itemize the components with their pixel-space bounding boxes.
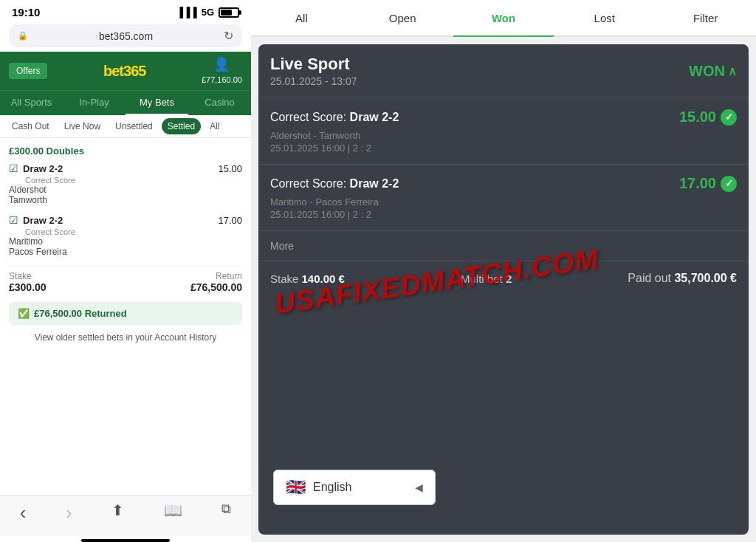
multibet-value: 2: [506, 272, 512, 285]
bet-teams-1: Aldershot: [9, 185, 242, 195]
bet-entry-sub-2b: 25.01.2025 16:00 | 2 : 2: [270, 209, 737, 220]
footer-stake: Stake 140.00 €: [270, 272, 345, 285]
signal-icon: ▐▐▐: [176, 7, 197, 18]
odds-value-1: 15.00: [679, 109, 716, 126]
subtab-cashout[interactable]: Cash Out: [6, 118, 55, 134]
offers-button[interactable]: Offers: [9, 63, 47, 79]
sub-tabs: Cash Out Live Now Unsettled Settled All: [0, 115, 251, 138]
return-label: Return: [190, 271, 242, 281]
filter-tab-filter[interactable]: Filter: [655, 0, 756, 37]
stake-footer-label: Stake: [270, 272, 302, 285]
battery-icon: [219, 7, 239, 18]
right-panel: All Open Won Lost Filter Live Sport 25.0…: [251, 0, 756, 542]
address-bar[interactable]: 🔒 bet365.com ↻: [9, 24, 242, 47]
tab-in-play[interactable]: In-Play: [63, 91, 126, 115]
bet-check-1: ☑: [9, 162, 18, 174]
bet365-logo: bet365: [103, 63, 145, 80]
status-time: 19:10: [12, 6, 40, 18]
history-link[interactable]: View older settled bets in your Account …: [9, 332, 242, 343]
returned-text: £76,500.00 Returned: [34, 308, 127, 319]
stake-row: Stake £300.00 Return £76,500.00: [9, 266, 242, 298]
footer-paidout: Paid out 35,700.00 €: [628, 272, 737, 285]
bet-section: £300.00 Doubles ☑ Draw 2-2 15.00 Correct…: [0, 138, 251, 495]
bet-type-2: Correct Score: [25, 227, 242, 236]
live-sport-date: 25.01.2025 - 13:07: [270, 75, 357, 87]
nav-tabs: All Sports In-Play My Bets Casino: [0, 90, 251, 115]
filter-tab-lost[interactable]: Lost: [554, 0, 655, 37]
reload-button[interactable]: ↻: [224, 29, 233, 43]
tab-my-bets[interactable]: My Bets: [126, 91, 188, 115]
bet-entry-header-2: Correct Score: Draw 2-2 17.00 ✓: [270, 175, 737, 192]
tab-all-sports[interactable]: All Sports: [0, 91, 63, 115]
multibet-label: Multi bet: [461, 272, 506, 285]
check-circle-1: ✓: [721, 109, 737, 126]
share-button[interactable]: ⬆: [111, 501, 124, 524]
account-balance: £77,160.00: [202, 75, 242, 84]
bet-name-1: Draw 2-2: [23, 163, 63, 174]
bet-odds-1: 15.00: [218, 163, 242, 174]
back-button[interactable]: ‹: [20, 501, 27, 524]
section-title: £300.00 Doubles: [9, 145, 242, 157]
account-area[interactable]: 👤 £77,160.00: [202, 56, 242, 86]
stake-label: Stake: [9, 271, 47, 281]
home-indicator: [81, 539, 170, 542]
filter-tab-all[interactable]: All: [251, 0, 352, 37]
live-sport-info: Live Sport 25.01.2025 - 13:07: [270, 55, 357, 87]
more-link[interactable]: More: [258, 231, 749, 261]
bet-card: Live Sport 25.01.2025 - 13:07 WON ∧ Corr…: [258, 44, 749, 535]
lock-icon: 🔒: [18, 31, 28, 41]
return-value: £76,500.00: [190, 281, 242, 293]
status-icons: ▐▐▐ 5G: [176, 7, 239, 18]
bet-check-2: ☑: [9, 214, 18, 226]
flag-icon: 🇬🇧: [286, 478, 306, 497]
bookmarks-button[interactable]: 📖: [164, 501, 182, 524]
language-selector[interactable]: 🇬🇧 English ◀: [273, 470, 436, 505]
network-type: 5G: [202, 7, 214, 18]
check-circle-2: ✓: [721, 176, 737, 192]
bet-odds-2: 17.00: [218, 215, 242, 226]
paidout-value: 35,700.00 €: [674, 272, 737, 284]
bet-name-2: Draw 2-2: [23, 215, 63, 226]
bet-entry-sub-1a: Aldershot - Tamworth: [270, 130, 737, 141]
subtab-unsettled[interactable]: Unsettled: [109, 118, 159, 134]
odds-value-2: 17.00: [679, 175, 716, 192]
bet365-header: Offers bet365 👤 £77,160.00: [0, 52, 251, 90]
url-text: bet365.com: [32, 30, 219, 42]
bet-entry-sub-2a: Maritimo - Pacos Ferreira: [270, 196, 737, 207]
bet-teams-2: Maritimo: [9, 236, 242, 247]
bottom-nav: ‹ › ⬆ 📖 ⧉: [0, 495, 251, 536]
forward-button[interactable]: ›: [66, 501, 72, 524]
status-bar: 19:10 ▐▐▐ 5G: [0, 0, 251, 21]
returned-badge: ✅ £76,500.00 Returned: [9, 302, 242, 325]
tabs-button[interactable]: ⧉: [221, 501, 231, 524]
bet-entry-odds-1: 15.00 ✓: [679, 109, 737, 126]
won-text: WON: [689, 63, 725, 80]
paidout-label: Paid out: [628, 272, 674, 284]
filter-tab-won[interactable]: Won: [453, 0, 554, 37]
bet-entry-title-2: Correct Score: Draw 2-2: [270, 177, 399, 191]
bet-entry-1: Correct Score: Draw 2-2 15.00 ✓ Aldersho…: [258, 98, 749, 165]
bet-entry-sub-1b: 25.01.2025 16:00 | 2 : 2: [270, 143, 737, 154]
stake-value: £300.00: [9, 281, 47, 293]
account-icon: 👤: [202, 56, 242, 72]
footer-multibet: Multi bet 2: [461, 272, 512, 285]
language-arrow: ◀: [415, 481, 423, 493]
chevron-up-icon: ∧: [728, 64, 737, 78]
bet-entry-2: Correct Score: Draw 2-2 17.00 ✓ Maritimo…: [258, 165, 749, 231]
subtab-livenow[interactable]: Live Now: [58, 118, 106, 134]
filter-tab-open[interactable]: Open: [352, 0, 453, 37]
bet-teams-2b: Pacos Ferreira: [9, 247, 242, 257]
subtab-all[interactable]: All: [204, 118, 225, 134]
bet-entry-odds-2: 17.00 ✓: [679, 175, 737, 192]
tab-casino[interactable]: Casino: [188, 91, 251, 115]
filter-tabs: All Open Won Lost Filter: [251, 0, 756, 37]
bet-item-2: ☑ Draw 2-2 17.00 Correct Score Maritimo …: [9, 214, 242, 257]
bet-type-1: Correct Score: [25, 176, 242, 185]
subtab-settled[interactable]: Settled: [162, 118, 201, 134]
live-sport-title: Live Sport: [270, 55, 357, 74]
bet-card-footer: Stake 140.00 € Multi bet 2 Paid out 35,7…: [258, 261, 749, 295]
bet-entry-header-1: Correct Score: Draw 2-2 15.00 ✓: [270, 109, 737, 126]
language-label: English: [313, 481, 408, 494]
left-panel: 19:10 ▐▐▐ 5G 🔒 bet365.com ↻ Offers bet36…: [0, 0, 251, 542]
bet-entry-title-1: Correct Score: Draw 2-2: [270, 111, 399, 124]
